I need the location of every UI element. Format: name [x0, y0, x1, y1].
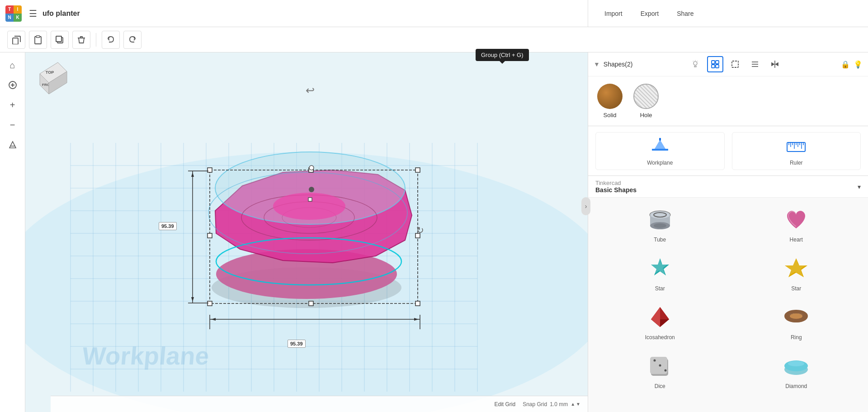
shape-diamond[interactable]: Diamond [728, 346, 865, 395]
svg-text:Workplane: Workplane [81, 342, 211, 370]
library-header: Tinkercad Basic Shapes ▾ [588, 176, 868, 198]
zoom-in-button[interactable]: + [4, 96, 22, 114]
group-icon-btn[interactable] [707, 56, 723, 72]
hamburger-icon[interactable]: ☰ [29, 8, 37, 19]
panel-collapse-arrow[interactable]: ▼ [594, 61, 600, 68]
paste-button[interactable] [29, 31, 47, 49]
shape-dice[interactable]: Dice [592, 346, 728, 395]
svg-rect-86 [712, 61, 715, 64]
heart-label: Heart [790, 237, 803, 243]
svg-marker-95 [772, 63, 774, 66]
svg-rect-7 [36, 36, 40, 38]
hole-option[interactable]: Hole [633, 84, 659, 118]
view-cube[interactable]: TOP FRONT [31, 58, 71, 99]
workplane-label: Workplane [647, 160, 673, 166]
duplicate-button[interactable] [51, 31, 69, 49]
light-bulb-icon-btn[interactable] [687, 56, 703, 72]
workplane-button[interactable]: Workplane [595, 132, 725, 170]
svg-marker-96 [776, 63, 778, 66]
shapes-toolbar-area: ▼ Shapes(2) [588, 52, 868, 126]
ies-bar: Import Export Share [588, 0, 868, 27]
mirror-icon-btn[interactable] [767, 56, 783, 72]
svg-point-55 [273, 193, 345, 220]
svg-rect-60 [208, 168, 212, 172]
viewport[interactable]: TOP FRONT [25, 52, 588, 412]
align-icon-btn[interactable] [747, 56, 763, 72]
icosahedron-image [646, 303, 675, 331]
svg-point-135 [788, 361, 804, 366]
library-section-title: Tinkercad [595, 180, 637, 186]
redo-button[interactable] [123, 31, 142, 49]
dimension-label-horizontal: 95.39 [288, 340, 306, 348]
snap-up-arrow[interactable]: ▲ [571, 402, 575, 407]
shape-tube[interactable]: Tube [592, 199, 728, 248]
solid-label: Solid [604, 112, 617, 118]
svg-marker-99 [655, 140, 665, 149]
svg-point-131 [659, 365, 661, 367]
snap-down-arrow[interactable]: ▼ [576, 402, 580, 407]
shapes-library[interactable]: Tube Heart [588, 198, 868, 412]
svg-rect-98 [652, 149, 668, 151]
svg-rect-62 [208, 301, 212, 306]
toolbar [0, 27, 868, 52]
shape-icosahedron[interactable]: Icosahedron [592, 297, 728, 346]
svg-text:TOP: TOP [46, 70, 54, 75]
diamond-image [782, 351, 811, 380]
star-yellow-image [782, 254, 811, 283]
shape-ring[interactable]: Ring [728, 297, 865, 346]
visibility-icon[interactable]: 💡 [854, 60, 863, 69]
export-button[interactable]: Export [632, 7, 668, 20]
library-dropdown-arrow[interactable]: ▾ [858, 183, 861, 190]
home-view-button[interactable]: ⌂ [4, 56, 22, 74]
shape-star-yellow[interactable]: Star [728, 248, 865, 297]
perspective-button[interactable] [4, 136, 22, 154]
shape-star-teal[interactable]: Star [592, 248, 728, 297]
tooltip-text: Group (Ctrl + G) [481, 52, 524, 58]
left-panel: ⌂ + − [0, 52, 25, 412]
svg-rect-100 [659, 138, 661, 141]
undo-button[interactable] [102, 31, 120, 49]
tinkercad-logo[interactable]: T I N K [5, 5, 22, 22]
panel-chevron[interactable]: › [581, 197, 590, 215]
svg-text:↻: ↻ [416, 225, 424, 235]
svg-rect-67 [309, 301, 313, 306]
svg-point-68 [309, 166, 314, 170]
svg-rect-65 [208, 233, 212, 238]
delete-button[interactable] [72, 31, 90, 49]
zoom-out-button[interactable]: − [4, 116, 22, 134]
svg-rect-90 [732, 61, 738, 67]
shapes-top-toolbar: ▼ Shapes(2) [588, 52, 868, 76]
edit-grid-button[interactable]: Edit Grid [494, 401, 515, 407]
lock-icon[interactable]: 🔒 [841, 60, 850, 69]
scene-undo-icon[interactable]: ↩ [306, 84, 315, 97]
3d-scene[interactable]: ↻ Workplane [25, 52, 588, 412]
solid-hole-selector: Solid Hole [588, 76, 868, 126]
tube-shape-image [646, 205, 675, 234]
icosahedron-label: Icosahedron [645, 334, 675, 341]
dice-label: Dice [655, 383, 665, 389]
ungroup-icon-btn[interactable] [727, 56, 743, 72]
solid-option[interactable]: Solid [597, 84, 623, 118]
import-button[interactable]: Import [595, 7, 632, 20]
star-yellow-label: Star [791, 285, 801, 292]
library-section-subtitle: Basic Shapes [595, 186, 637, 194]
shapes-panel-label: Shapes(2) [604, 61, 633, 68]
svg-rect-69 [308, 198, 312, 201]
copy-button[interactable] [7, 31, 25, 49]
workplane-ruler-bar: Workplane Ruler [588, 126, 868, 176]
fit-view-button[interactable] [4, 76, 22, 94]
dice-image [646, 351, 675, 380]
logo-n: N [5, 14, 14, 22]
svg-line-85 [693, 61, 693, 62]
svg-point-130 [653, 360, 656, 362]
dimension-label-vertical: 95.39 [159, 222, 177, 230]
workplane-icon [649, 136, 671, 158]
ruler-button[interactable]: Ruler [732, 132, 861, 170]
share-button[interactable]: Share [668, 7, 703, 20]
ring-label: Ring [791, 334, 802, 341]
logo-k: K [14, 14, 22, 22]
project-title: ufo planter [42, 9, 80, 18]
shape-heart[interactable]: Heart [728, 199, 865, 248]
snap-grid-label: Snap Grid [523, 401, 547, 407]
svg-point-127 [790, 313, 802, 319]
